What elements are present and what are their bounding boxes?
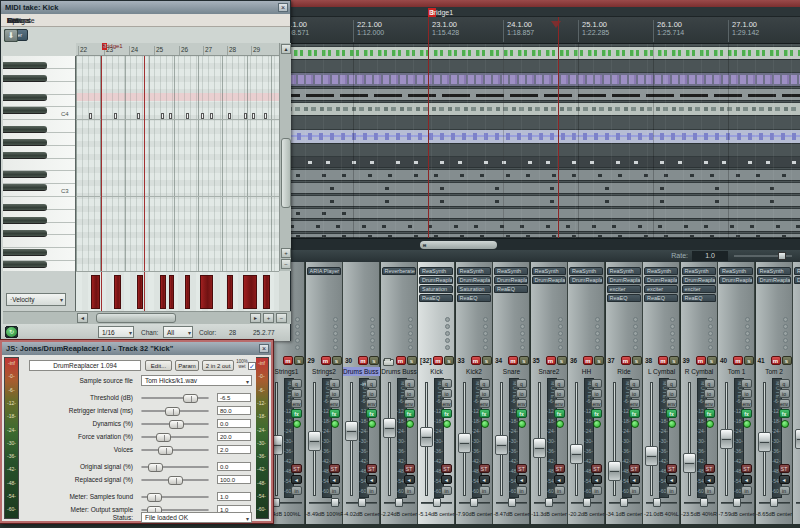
fader-handle[interactable]	[758, 432, 771, 452]
fx-insert-tab[interactable]: ReaEQ	[419, 294, 453, 302]
fx-button[interactable]: fx	[441, 409, 452, 418]
black-key[interactable]	[3, 204, 47, 211]
fx-insert-tab[interactable]: DrumReaplace	[532, 276, 566, 284]
status-select[interactable]: File loaded OK	[141, 512, 252, 523]
dock-editor-icon[interactable]: ⬇	[4, 29, 18, 42]
mute-button[interactable]: m	[733, 356, 743, 365]
velocity-bar[interactable]	[114, 275, 121, 309]
fx-insert-tab[interactable]: exciter	[607, 285, 641, 293]
solo-button[interactable]: s	[482, 356, 492, 365]
mixer-track-name[interactable]: Snare	[493, 367, 530, 376]
solo-button[interactable]: s	[632, 356, 642, 365]
send-slot-icon[interactable]	[483, 345, 488, 350]
black-key[interactable]	[3, 230, 47, 237]
monitor-speaker-button[interactable]: ◄	[329, 475, 340, 484]
param-slider[interactable]	[141, 509, 209, 511]
pan-handle[interactable]	[433, 498, 441, 507]
fader-handle[interactable]	[570, 444, 583, 464]
send-slot-icon[interactable]	[708, 324, 713, 329]
send-slot-icon[interactable]	[783, 345, 788, 350]
fx-button[interactable]: fx	[479, 409, 490, 418]
solo-button[interactable]: s	[707, 356, 717, 365]
fader-handle[interactable]	[608, 461, 621, 481]
hscroll-right-icon[interactable]: ▸	[250, 313, 261, 323]
fx-button[interactable]: fx	[516, 409, 527, 418]
send-slot-icon[interactable]	[708, 317, 713, 322]
velocity-bar[interactable]	[200, 275, 213, 309]
stereo-phase-button[interactable]: ST	[479, 464, 490, 473]
param-slider[interactable]	[141, 466, 209, 468]
send-slot-icon[interactable]	[333, 338, 338, 343]
velocity-bar[interactable]	[263, 275, 270, 309]
eq-button[interactable]: q	[591, 379, 602, 388]
midi-hscrollbar[interactable]: ◂ ▸ + −	[3, 311, 291, 324]
eq-button[interactable]: q	[366, 379, 377, 388]
param-slider[interactable]	[141, 423, 209, 425]
send-slot-icon[interactable]	[708, 331, 713, 336]
monitor-speaker-button[interactable]: ◄	[479, 475, 490, 484]
velocity-bar[interactable]	[169, 275, 174, 309]
channel-select[interactable]: All	[163, 326, 193, 338]
param-slider-handle[interactable]	[183, 394, 198, 403]
send-slot-icon[interactable]	[445, 331, 450, 336]
midi-vscrollbar[interactable]: ▴ + −	[279, 43, 291, 271]
send-slot-icon[interactable]	[333, 324, 338, 329]
send-slot-icon[interactable]	[595, 331, 600, 336]
black-key[interactable]	[3, 62, 47, 69]
send-slot-icon[interactable]	[295, 338, 300, 343]
send-slot-icon[interactable]	[520, 317, 525, 322]
stereo-phase-button[interactable]: ST	[629, 464, 640, 473]
send-slot-icon[interactable]	[595, 345, 600, 350]
send-slot-icon[interactable]	[745, 324, 750, 329]
velocity-lane[interactable]	[76, 271, 279, 311]
solo-button[interactable]: s	[519, 356, 529, 365]
io-routing-button[interactable]: io	[291, 389, 302, 398]
fx-insert-tab[interactable]: Saturation	[457, 285, 491, 293]
black-key[interactable]	[3, 152, 47, 159]
mute-button[interactable]: m	[621, 356, 631, 365]
envelope-button[interactable]: env	[779, 399, 790, 408]
eq-button[interactable]: q	[441, 379, 452, 388]
solo-button[interactable]: s	[594, 356, 604, 365]
fader-handle[interactable]	[495, 435, 508, 455]
mute-button[interactable]: m	[471, 356, 481, 365]
fader-handle[interactable]	[420, 427, 433, 447]
envelope-button[interactable]: env	[479, 399, 490, 408]
mute-button[interactable]: m	[658, 356, 668, 365]
fader-handle[interactable]	[533, 438, 546, 458]
param-value[interactable]: -6.5	[217, 393, 251, 402]
fx-insert-tab[interactable]: ReaEQ	[607, 294, 641, 302]
velocity-bar[interactable]	[227, 275, 233, 309]
mixer-track-name[interactable]	[793, 367, 800, 376]
solo-button[interactable]: s	[369, 356, 379, 365]
send-slot-icon[interactable]	[333, 317, 338, 322]
mixer-track-name[interactable]: Tom 2	[756, 367, 793, 376]
stereo-phase-button[interactable]: ST	[704, 464, 715, 473]
param-value[interactable]: 80.0	[217, 406, 251, 415]
param-slider-handle[interactable]	[156, 433, 171, 442]
velocity-bar[interactable]	[137, 275, 143, 309]
send-slot-icon[interactable]	[408, 324, 413, 329]
fx-insert-tab[interactable]: DrumReaplace	[719, 276, 753, 284]
send-slot-icon[interactable]	[633, 331, 638, 336]
send-slot-icon[interactable]	[558, 324, 563, 329]
fx-insert-tab[interactable]: ReaSynth	[457, 267, 491, 275]
input-button[interactable]: in	[366, 486, 377, 495]
pan-handle[interactable]	[331, 498, 339, 507]
send-slot-icon[interactable]	[745, 338, 750, 343]
hscroll-left-icon[interactable]: ◂	[77, 313, 88, 323]
pan-slider[interactable]	[646, 502, 677, 504]
record-arm-button[interactable]	[554, 419, 565, 428]
stereo-phase-button[interactable]: ST	[366, 464, 377, 473]
fx-insert-tab[interactable]: exciter	[644, 285, 678, 293]
param-slider[interactable]	[141, 410, 209, 412]
send-slot-icon[interactable]	[633, 324, 638, 329]
hzoom-plus-icon[interactable]: +	[263, 313, 274, 323]
io-routing-button[interactable]: io	[441, 389, 452, 398]
midi-close-icon[interactable]: ×	[278, 3, 288, 12]
send-slot-icon[interactable]	[333, 345, 338, 350]
eq-button[interactable]: q	[666, 379, 677, 388]
fader-track[interactable]	[688, 382, 691, 496]
eq-button[interactable]: q	[779, 379, 790, 388]
stereo-phase-button[interactable]: ST	[404, 464, 415, 473]
